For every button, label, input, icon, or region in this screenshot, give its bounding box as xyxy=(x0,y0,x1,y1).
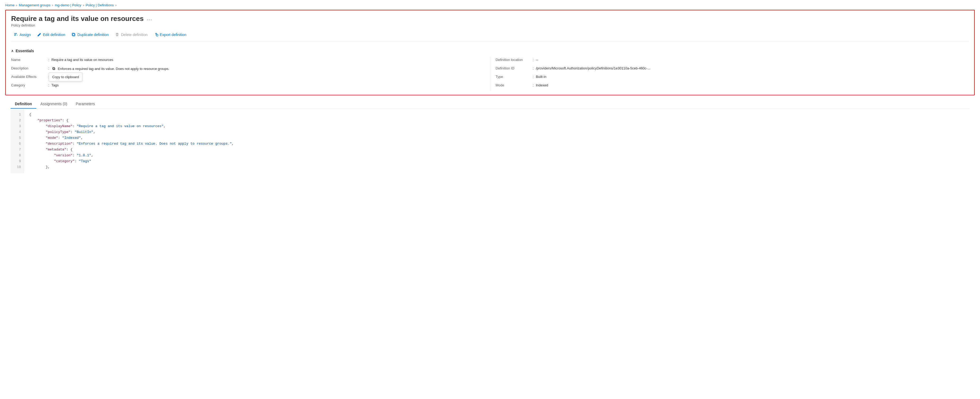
field-type: Type : Built-in xyxy=(496,74,969,81)
breadcrumb-mg-demo[interactable]: mg-demo | Policy xyxy=(55,3,81,7)
field-type-colon: : xyxy=(533,74,536,79)
tab-parameters[interactable]: Parameters xyxy=(72,100,99,109)
assign-button[interactable]: Assign xyxy=(11,31,35,38)
essentials-right: Definition location : -- Definition ID :… xyxy=(490,57,969,91)
svg-rect-3 xyxy=(53,68,55,70)
code-line-5: "mode": "Indexed", xyxy=(29,135,964,141)
field-def-id: Definition ID : /providers/Microsoft.Aut… xyxy=(496,65,969,73)
field-name-colon: : xyxy=(48,57,51,62)
code-line-4: "policyType": "BuiltIn", xyxy=(29,129,964,135)
toolbar: Assign Edit definition Duplicate definit… xyxy=(11,31,969,42)
essentials-header[interactable]: ∧ Essentials xyxy=(11,49,969,53)
field-defloc-colon: : xyxy=(533,57,536,62)
field-name-value: Require a tag and its value on resources xyxy=(51,57,479,62)
copy-to-clipboard-icon[interactable] xyxy=(51,66,56,71)
line-num-3: 3 xyxy=(13,124,21,129)
line-num-7: 7 xyxy=(13,147,21,153)
copy-tooltip-popup: Copy to clipboard xyxy=(49,73,83,81)
field-def-location: Definition location : -- xyxy=(496,57,969,64)
breadcrumb-chevron: › xyxy=(16,3,17,7)
breadcrumb-home[interactable]: Home xyxy=(5,3,14,7)
field-description: Description : Copy to clipboard Enforces… xyxy=(11,65,479,73)
field-effects-value: Deny xyxy=(51,74,479,79)
field-desc-label: Description xyxy=(11,65,48,70)
essentials-section: ∧ Essentials Name : Require a tag and it… xyxy=(11,46,969,95)
line-num-5: 5 xyxy=(13,135,21,141)
field-defid-label: Definition ID xyxy=(496,65,533,70)
export-icon xyxy=(154,33,158,37)
essentials-chevron-icon: ∧ xyxy=(11,49,14,53)
line-numbers: 1 2 3 4 5 6 7 8 9 10 xyxy=(11,109,24,173)
assign-icon xyxy=(14,33,18,37)
field-type-label: Type xyxy=(496,74,533,79)
breadcrumb-chevron4: › xyxy=(115,3,116,7)
essentials-header-label: Essentials xyxy=(16,49,34,53)
tabs-area: Definition Assignments (0) Parameters 1 … xyxy=(5,100,975,173)
duplicate-definition-button[interactable]: Duplicate definition xyxy=(69,31,112,38)
line-num-4: 4 xyxy=(13,129,21,135)
field-defid-value: /providers/Microsoft.Authorization/polic… xyxy=(536,65,969,70)
main-container: Require a tag and its value on resources… xyxy=(0,10,980,178)
edit-label: Edit definition xyxy=(43,33,65,37)
delete-icon xyxy=(115,33,119,37)
page-title: Require a tag and its value on resources xyxy=(11,14,144,23)
breadcrumb: Home › Management groups › mg-demo | Pol… xyxy=(0,0,980,10)
duplicate-icon xyxy=(72,33,76,37)
field-defloc-label: Definition location xyxy=(496,57,533,62)
code-content[interactable]: { "properties": { "displayName": "Requir… xyxy=(24,109,969,173)
breadcrumb-mgmt[interactable]: Management groups xyxy=(19,3,50,7)
field-defloc-value: -- xyxy=(536,57,969,62)
delete-label: Delete definition xyxy=(121,33,147,37)
edit-icon xyxy=(37,33,41,37)
delete-definition-button[interactable]: Delete definition xyxy=(112,31,151,38)
line-num-6: 6 xyxy=(13,141,21,147)
field-mode-label: Mode xyxy=(496,82,533,87)
code-line-8: "version": "1.0.1", xyxy=(29,153,964,159)
line-num-8: 8 xyxy=(13,153,21,159)
page-title-row: Require a tag and its value on resources… xyxy=(11,14,969,23)
field-desc-value: Copy to clipboard Enforces a required ta… xyxy=(51,65,479,71)
tab-assignments[interactable]: Assignments (0) xyxy=(36,100,72,109)
field-type-value: Built-in xyxy=(536,74,969,79)
field-category-colon: : xyxy=(48,82,51,87)
line-num-1: 1 xyxy=(13,112,21,118)
code-line-6: "description": "Enforces a required tag … xyxy=(29,141,964,147)
field-defid-colon: : xyxy=(533,65,536,70)
field-name: Name : Require a tag and its value on re… xyxy=(11,57,479,64)
field-category: Category : Tags xyxy=(11,82,479,89)
field-category-value: Tags xyxy=(51,82,479,87)
code-line-3: "displayName": "Require a tag and its va… xyxy=(29,124,964,129)
essentials-left: Name : Require a tag and its value on re… xyxy=(11,57,490,91)
more-options-icon[interactable]: ... xyxy=(147,16,153,21)
code-editor: 1 2 3 4 5 6 7 8 9 10 { "properties": { "… xyxy=(11,109,969,173)
breadcrumb-chevron2: › xyxy=(52,3,53,7)
breadcrumb-policy-defs[interactable]: Policy | Definitions xyxy=(86,3,114,7)
desc-tooltip-container: Copy to clipboard xyxy=(51,66,56,71)
line-num-10: 10 xyxy=(13,164,21,170)
field-mode: Mode : Indexed xyxy=(496,82,969,89)
assign-label: Assign xyxy=(20,33,31,37)
code-line-9: "category": "Tags" xyxy=(29,159,964,164)
breadcrumb-chevron3: › xyxy=(83,3,84,7)
field-effects-label: Available Effects xyxy=(11,74,48,79)
export-definition-button[interactable]: Export definition xyxy=(151,31,190,38)
field-mode-value: Indexed xyxy=(536,82,969,87)
export-label: Export definition xyxy=(160,33,186,37)
essentials-grid: Name : Require a tag and its value on re… xyxy=(11,57,969,95)
field-category-label: Category xyxy=(11,82,48,87)
line-num-2: 2 xyxy=(13,118,21,124)
field-desc-colon: : xyxy=(48,65,51,70)
svg-rect-4 xyxy=(53,68,54,69)
code-line-1: { xyxy=(29,112,964,118)
edit-definition-button[interactable]: Edit definition xyxy=(35,31,69,38)
policy-detail-box: Require a tag and its value on resources… xyxy=(5,10,975,95)
code-line-7: "metadata": { xyxy=(29,147,964,153)
duplicate-label: Duplicate definition xyxy=(77,33,109,37)
tabs-bar: Definition Assignments (0) Parameters xyxy=(11,100,969,109)
code-line-10: }, xyxy=(29,164,964,170)
line-num-9: 9 xyxy=(13,159,21,164)
tab-definition[interactable]: Definition xyxy=(11,100,36,109)
code-line-2: "properties": { xyxy=(29,118,964,124)
page-subtitle: Policy definition xyxy=(11,23,969,27)
field-name-label: Name xyxy=(11,57,48,62)
